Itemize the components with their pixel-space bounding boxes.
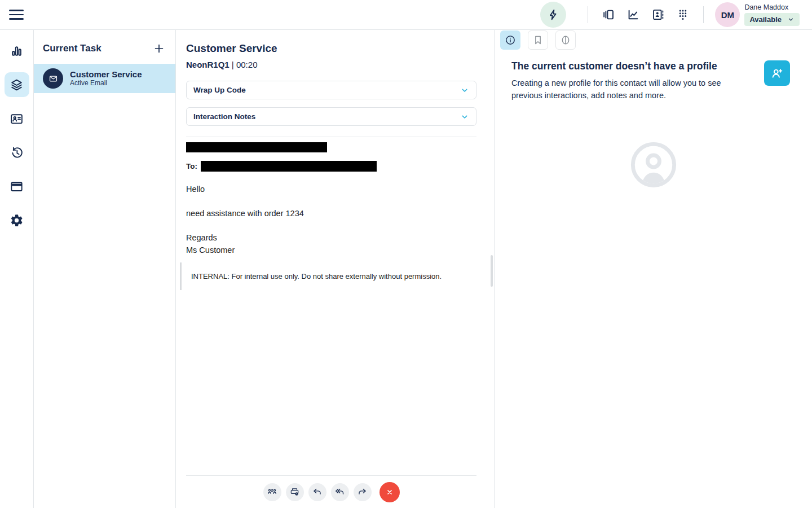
email-signature: Ms Customer	[186, 246, 476, 255]
bar-chart-icon	[10, 44, 24, 58]
tab-info[interactable]	[500, 30, 520, 50]
task-list-header: Current Task	[34, 30, 175, 64]
reply-all-icon	[334, 487, 345, 497]
task-panel-title: Current Task	[43, 43, 102, 54]
user-name: Dane Maddox	[744, 3, 800, 11]
interaction-title: Customer Service	[186, 42, 476, 55]
line-chart-icon[interactable]	[626, 8, 640, 21]
task-item-subtitle: Active Email	[70, 79, 142, 87]
chevron-down-icon	[460, 86, 469, 95]
task-item-customer-service[interactable]: Customer Service Active Email	[34, 64, 175, 93]
reply-button[interactable]	[308, 483, 326, 501]
directory-icon[interactable]	[651, 8, 665, 21]
queue-name: NeonR1Q1	[186, 60, 230, 69]
hamburger-menu-icon[interactable]	[9, 7, 25, 23]
nav-settings[interactable]	[5, 208, 29, 233]
panels-icon[interactable]	[602, 8, 615, 21]
window-icon	[10, 179, 24, 194]
interaction-timer: 00:20	[236, 60, 258, 69]
email-toolbar	[186, 475, 476, 508]
disconnect-button[interactable]	[379, 482, 400, 502]
info-icon	[505, 34, 516, 46]
tab-journey[interactable]	[555, 30, 576, 50]
profile-header: The current customer doesn’t have a prof…	[495, 50, 812, 102]
interaction-subtitle: NeonR1Q1 | 00:20	[186, 60, 476, 69]
profile-tabs	[495, 30, 812, 50]
person-add-icon	[770, 66, 784, 81]
add-profile-button[interactable]	[764, 60, 790, 86]
park-email-button[interactable]	[286, 483, 304, 501]
person-circle-icon	[629, 140, 678, 190]
park-email-icon	[289, 487, 300, 497]
wrapup-code-label: Wrap Up Code	[193, 86, 246, 94]
lightning-bolt-button[interactable]	[540, 2, 566, 28]
nav-interactions[interactable]	[5, 72, 29, 97]
chevron-down-icon	[460, 112, 469, 121]
tab-bookmark[interactable]	[528, 30, 548, 50]
to-label: To:	[186, 162, 197, 170]
lightning-bolt-icon	[547, 8, 559, 21]
wrapup-code-select[interactable]: Wrap Up Code	[186, 81, 476, 99]
user-avatar[interactable]: DM	[715, 2, 740, 27]
disconnect-icon	[385, 487, 395, 497]
email-message: need assistance with order 1234	[186, 209, 476, 218]
reply-all-button[interactable]	[331, 483, 349, 501]
nav-apps[interactable]	[5, 174, 29, 199]
user-block: Dane Maddox Available	[744, 3, 800, 26]
interaction-notes-label: Interaction Notes	[193, 112, 255, 121]
bookmark-icon	[532, 34, 544, 46]
forward-button[interactable]	[354, 483, 372, 501]
history-icon	[10, 146, 24, 160]
layers-icon	[10, 78, 24, 92]
email-header-divider	[186, 137, 476, 137]
nav-history[interactable]	[5, 140, 29, 165]
task-list-panel: Current Task Customer Service Active Ema…	[34, 30, 176, 508]
interaction-notes-select[interactable]: Interaction Notes	[186, 107, 476, 126]
dialpad-icon[interactable]	[676, 8, 690, 21]
email-greeting: Hello	[186, 185, 476, 194]
profile-placeholder	[495, 140, 812, 190]
redacted-subject	[186, 142, 327, 152]
subtitle-separator: |	[232, 60, 234, 69]
interaction-panel: Customer Service NeonR1Q1 | 00:20 Wrap U…	[176, 30, 494, 508]
topbar-right-cluster: DM Dane Maddox Available	[540, 2, 812, 28]
email-to-row: To:	[186, 161, 476, 172]
contact-card-icon	[10, 112, 24, 126]
status-label: Available	[749, 15, 782, 24]
email-signoff: Regards	[186, 233, 476, 242]
divider	[703, 6, 704, 23]
journey-icon	[560, 34, 571, 46]
reply-icon	[312, 487, 323, 497]
interaction-scroll-area[interactable]: Customer Service NeonR1Q1 | 00:20 Wrap U…	[176, 30, 494, 475]
envelope-icon	[48, 73, 59, 84]
internal-note-text: INTERNAL: For internal use only. Do not …	[191, 272, 442, 281]
profile-panel: The current customer doesn’t have a prof…	[494, 30, 812, 508]
status-dropdown[interactable]: Available	[744, 13, 800, 26]
task-item-text: Customer Service Active Email	[70, 69, 142, 87]
task-avatar	[43, 68, 63, 89]
email-body: Hello need assistance with order 1234 Re…	[186, 185, 476, 255]
gear-icon	[10, 213, 24, 227]
plus-icon	[153, 42, 165, 55]
internal-note-block: INTERNAL: For internal use only. Do not …	[180, 262, 476, 290]
add-task-button[interactable]	[152, 41, 166, 56]
task-item-title: Customer Service	[70, 69, 142, 79]
left-nav-rail	[0, 30, 34, 508]
transfer-button[interactable]	[263, 483, 281, 501]
main-layout: Current Task Customer Service Active Ema…	[0, 30, 812, 508]
forward-icon	[357, 487, 368, 497]
profile-header-text: The current customer doesn’t have a prof…	[511, 60, 748, 102]
profile-description: Creating a new profile for this contact …	[511, 77, 748, 102]
redacted-recipient	[201, 161, 377, 172]
top-bar: DM Dane Maddox Available	[0, 0, 812, 30]
transfer-icon	[267, 487, 277, 497]
status-chevron-down-icon	[787, 16, 795, 23]
scrollbar-thumb[interactable]	[491, 255, 493, 287]
avatar-initials: DM	[721, 10, 734, 20]
divider	[588, 6, 588, 23]
profile-heading: The current customer doesn’t have a prof…	[511, 60, 748, 72]
nav-contacts[interactable]	[5, 106, 29, 131]
nav-performance[interactable]	[5, 38, 29, 63]
